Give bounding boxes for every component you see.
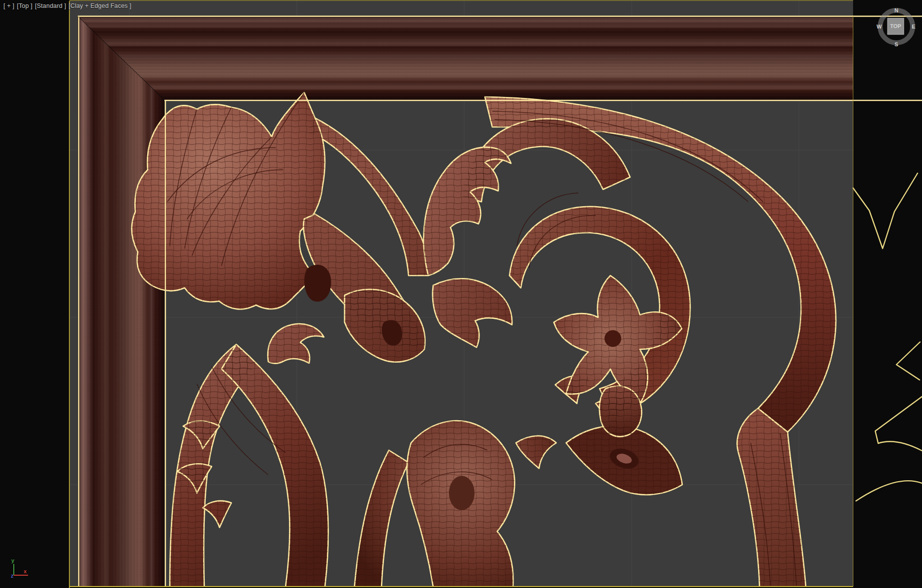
viewport-label: [ + ][Top ][Standard ][Clay + Edged Face… — [3, 2, 134, 9]
compass-east-label[interactable]: E — [912, 24, 915, 30]
ghost-selection-outlines — [853, 173, 922, 501]
viewport-preset-menu[interactable]: [Standard ] — [35, 2, 66, 9]
axis-z-label: z — [11, 573, 14, 579]
scene-svg: TOP N S W E y x z — [0, 0, 922, 588]
viewport-menu-button[interactable]: [ + ] — [3, 2, 14, 9]
viewport-view-menu[interactable]: [Top ] — [17, 2, 32, 9]
world-axis-gizmo: y x z — [11, 557, 28, 579]
compass-south-label[interactable]: S — [894, 41, 898, 47]
compass-west-label[interactable]: W — [877, 24, 882, 30]
viewcube-compass[interactable]: TOP N S W E — [877, 7, 916, 47]
max-viewport-stage: TOP N S W E y x z [ + ][Top ][Standard ]… — [0, 0, 922, 588]
viewport-shading-menu[interactable]: [Clay + Edged Faces ] — [68, 2, 131, 9]
compass-north-label[interactable]: N — [894, 7, 898, 13]
viewcube-face-label[interactable]: TOP — [890, 23, 901, 29]
axis-y-label: y — [11, 557, 15, 563]
axis-x-label: x — [24, 568, 27, 574]
